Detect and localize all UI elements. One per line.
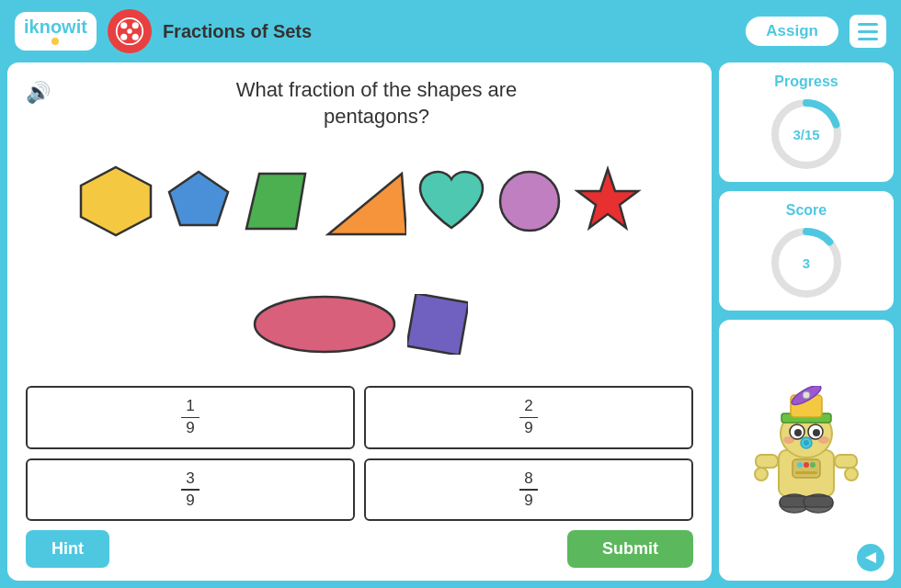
svg-marker-8 [246, 174, 305, 229]
svg-rect-26 [804, 496, 833, 507]
numerator-1: 1 [186, 397, 194, 415]
progress-title: Progress [774, 74, 838, 90]
bottom-bar: Hint Submit [26, 530, 693, 568]
denominator-2: 9 [524, 419, 532, 437]
right-panel: Progress 3/15 Score 3 [719, 62, 894, 581]
svg-point-38 [783, 436, 794, 444]
svg-rect-13 [407, 294, 468, 355]
back-arrow-icon [863, 550, 878, 565]
score-card: Score 3 [719, 191, 894, 311]
fraction-line-1 [181, 417, 200, 419]
fraction-line-4 [519, 489, 538, 491]
svg-point-22 [845, 468, 858, 481]
shape-circle [496, 168, 563, 234]
svg-marker-11 [577, 169, 638, 228]
svg-point-31 [803, 391, 810, 399]
submit-button[interactable]: Submit [567, 530, 693, 568]
robot-illustration [747, 386, 866, 514]
fraction-2: 2 9 [519, 397, 538, 437]
denominator-1: 9 [186, 419, 194, 437]
logo-text: iknowit [24, 17, 87, 36]
lesson-icon-svg [115, 17, 144, 46]
hamburger-line-3 [858, 38, 878, 40]
svg-point-41 [797, 462, 803, 468]
back-button[interactable] [857, 544, 884, 571]
hamburger-line-2 [858, 30, 878, 33]
fraction-1: 1 9 [181, 397, 200, 437]
question-text: What fraction of the shapes are pentagon… [60, 77, 693, 130]
logo-dot [51, 38, 59, 45]
shape-heart [416, 168, 487, 234]
svg-point-34 [794, 429, 802, 436]
lesson-title: Fractions of Sets [163, 21, 312, 42]
shape-pentagon [165, 168, 232, 234]
svg-point-21 [755, 468, 768, 481]
answer-choice-4[interactable]: 8 9 [364, 458, 693, 521]
hint-button[interactable]: Hint [26, 530, 109, 568]
header-right: Assign [744, 15, 886, 48]
logo: iknowit [15, 12, 97, 51]
shape-ellipse [251, 291, 398, 357]
sound-icon[interactable]: 🔊 [26, 81, 51, 105]
shape-hexagon [75, 165, 156, 237]
svg-point-10 [500, 172, 559, 231]
shape-rhombus [241, 170, 314, 232]
fraction-line-3 [181, 489, 200, 491]
progress-circle: 3/15 [770, 97, 843, 171]
denominator-3: 9 [186, 492, 194, 510]
svg-point-39 [818, 436, 829, 444]
shape-square [407, 294, 468, 355]
question-area: 🔊 What fraction of the shapes are pentag… [26, 77, 693, 130]
main-content: 🔊 What fraction of the shapes are pentag… [0, 62, 901, 588]
svg-point-43 [810, 462, 815, 468]
hamburger-line-1 [858, 23, 878, 26]
answer-choice-1[interactable]: 1 9 [26, 386, 355, 448]
shape-star [572, 165, 644, 237]
svg-marker-7 [169, 172, 228, 225]
svg-point-12 [255, 297, 394, 352]
svg-marker-6 [81, 167, 151, 235]
progress-value: 3/15 [793, 127, 819, 142]
progress-card: Progress 3/15 [719, 62, 894, 182]
fraction-4: 8 9 [519, 469, 538, 510]
header: iknowit Fractions of Sets Assign [0, 0, 901, 62]
svg-point-1 [120, 22, 127, 28]
svg-marker-45 [865, 552, 876, 563]
svg-rect-44 [795, 471, 817, 474]
shape-triangle [324, 164, 406, 238]
score-title: Score [786, 202, 827, 219]
numerator-4: 8 [524, 469, 532, 488]
score-value: 3 [803, 255, 810, 271]
svg-point-35 [813, 429, 820, 436]
svg-marker-9 [328, 174, 406, 234]
svg-point-3 [120, 34, 127, 40]
denominator-4: 9 [524, 492, 532, 510]
svg-point-5 [127, 28, 131, 33]
menu-button[interactable] [850, 15, 886, 48]
score-circle: 3 [770, 226, 843, 300]
numerator-3: 3 [186, 469, 194, 488]
question-line1: What fraction of the shapes are [236, 78, 518, 101]
numerator-2: 2 [524, 397, 532, 415]
fraction-line-2 [519, 417, 538, 419]
svg-rect-20 [835, 455, 857, 468]
svg-point-4 [132, 34, 139, 40]
fraction-3: 3 9 [181, 469, 200, 510]
left-panel: 🔊 What fraction of the shapes are pentag… [7, 62, 712, 581]
robot-card [719, 320, 894, 581]
svg-point-42 [804, 462, 809, 468]
answers-grid: 1 9 2 9 3 9 [26, 386, 693, 521]
answer-choice-2[interactable]: 2 9 [364, 386, 693, 448]
lesson-icon [108, 9, 152, 53]
svg-rect-19 [756, 455, 778, 468]
svg-point-37 [804, 440, 809, 446]
svg-point-2 [132, 22, 139, 28]
shapes-area [26, 139, 693, 386]
answer-choice-3[interactable]: 3 9 [26, 458, 355, 521]
question-line2: pentagons? [324, 105, 429, 128]
assign-button[interactable]: Assign [744, 15, 840, 48]
